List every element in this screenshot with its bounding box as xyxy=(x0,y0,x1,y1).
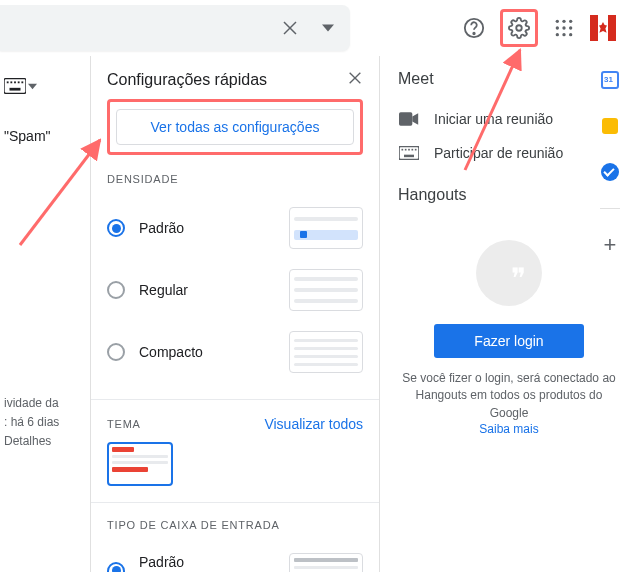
learn-more-link[interactable]: Saiba mais xyxy=(479,422,538,436)
svg-point-8 xyxy=(556,26,559,29)
canada-flag-icon[interactable] xyxy=(590,15,616,41)
inbox-option-label: Padrão xyxy=(139,554,217,570)
see-all-highlight: Ver todas as configurações xyxy=(107,99,363,155)
quick-settings-title: Configurações rápidas xyxy=(107,71,267,89)
login-button[interactable]: Fazer login xyxy=(434,324,584,358)
side-rail: + xyxy=(590,70,630,255)
hangouts-header: Hangouts xyxy=(398,186,620,204)
tasks-icon[interactable] xyxy=(600,162,620,182)
svg-rect-15 xyxy=(7,81,9,83)
theme-thumbnail[interactable] xyxy=(107,442,173,486)
svg-rect-20 xyxy=(10,88,21,91)
top-icons xyxy=(462,9,630,47)
radio-icon[interactable] xyxy=(107,343,125,361)
svg-point-6 xyxy=(562,20,565,23)
svg-rect-27 xyxy=(408,149,410,151)
left-partial-column: "Spam" ividade da : há 6 dias Detalhes xyxy=(0,56,90,572)
svg-point-10 xyxy=(569,26,572,29)
svg-rect-17 xyxy=(14,81,16,83)
main-area: "Spam" ividade da : há 6 dias Detalhes C… xyxy=(0,56,630,572)
density-option-regular[interactable]: Regular xyxy=(107,259,363,321)
keep-icon[interactable] xyxy=(600,116,620,136)
svg-point-9 xyxy=(562,26,565,29)
density-label: Compacto xyxy=(139,344,203,360)
add-addon-icon[interactable]: + xyxy=(600,235,620,255)
svg-rect-24 xyxy=(399,146,419,159)
inbox-type-header: TIPO DE CAIXA DE ENTRADA xyxy=(107,519,363,531)
radio-icon[interactable] xyxy=(107,281,125,299)
calendar-icon[interactable] xyxy=(600,70,620,90)
svg-point-11 xyxy=(556,33,559,36)
meet-join-label: Participar de reunião xyxy=(434,145,563,161)
svg-rect-16 xyxy=(10,81,12,83)
density-option-compact[interactable]: Compacto xyxy=(107,321,363,383)
search-box[interactable] xyxy=(0,5,350,51)
video-icon xyxy=(398,108,420,130)
theme-header: TEMA xyxy=(107,418,141,430)
density-preview-compact xyxy=(289,331,363,373)
help-icon[interactable] xyxy=(462,16,486,40)
settings-icon[interactable] xyxy=(507,16,531,40)
svg-rect-30 xyxy=(404,155,414,158)
spam-label: "Spam" xyxy=(4,128,90,144)
svg-rect-19 xyxy=(21,81,23,83)
radio-selected-icon[interactable] xyxy=(107,562,125,573)
hangouts-avatar-icon: ❞ xyxy=(476,240,542,306)
input-tools-icon[interactable] xyxy=(4,74,44,98)
activity-line-2: : há 6 dias xyxy=(4,413,90,432)
svg-rect-25 xyxy=(402,149,404,151)
apps-icon[interactable] xyxy=(552,16,576,40)
inbox-option-default[interactable]: Padrão Personalizar xyxy=(107,543,363,572)
keyboard-icon xyxy=(398,142,420,164)
see-all-settings-button[interactable]: Ver todas as configurações xyxy=(116,109,354,145)
activity-info: ividade da : há 6 dias Detalhes xyxy=(4,394,90,452)
svg-point-3 xyxy=(473,33,474,34)
settings-gear-highlight xyxy=(500,9,538,47)
density-preview-default xyxy=(289,207,363,249)
activity-details-link[interactable]: Detalhes xyxy=(4,432,90,451)
meet-new-label: Iniciar uma reunião xyxy=(434,111,553,127)
view-all-themes-link[interactable]: Visualizar todos xyxy=(264,416,363,432)
svg-point-5 xyxy=(556,20,559,23)
activity-line-1: ividade da xyxy=(4,394,90,413)
hangouts-box: ❞ Fazer login Se você fizer o login, ser… xyxy=(398,228,620,436)
density-preview-regular xyxy=(289,269,363,311)
svg-rect-18 xyxy=(18,81,20,83)
svg-rect-29 xyxy=(415,149,417,151)
svg-point-13 xyxy=(569,33,572,36)
inbox-preview xyxy=(289,553,363,572)
svg-rect-28 xyxy=(412,149,414,151)
svg-point-4 xyxy=(516,25,522,31)
svg-rect-14 xyxy=(4,79,26,94)
login-info-text: Se você fizer o login, será conectado ao… xyxy=(398,370,620,422)
radio-selected-icon[interactable] xyxy=(107,219,125,237)
meet-new-meeting[interactable]: Iniciar uma reunião xyxy=(398,102,620,136)
density-option-default[interactable]: Padrão xyxy=(107,197,363,259)
meet-join-meeting[interactable]: Participar de reunião xyxy=(398,136,620,170)
svg-rect-23 xyxy=(399,112,412,125)
quick-settings-panel: Configurações rápidas Ver todas as confi… xyxy=(90,56,380,572)
svg-point-7 xyxy=(569,20,572,23)
dropdown-icon[interactable] xyxy=(316,16,340,40)
svg-point-12 xyxy=(562,33,565,36)
top-bar xyxy=(0,0,630,56)
close-icon[interactable] xyxy=(347,70,363,89)
density-label: Padrão xyxy=(139,220,184,236)
svg-rect-26 xyxy=(405,149,407,151)
meet-header: Meet xyxy=(398,70,620,88)
clear-icon[interactable] xyxy=(278,16,302,40)
density-header: DENSIDADE xyxy=(107,173,363,185)
density-label: Regular xyxy=(139,282,188,298)
